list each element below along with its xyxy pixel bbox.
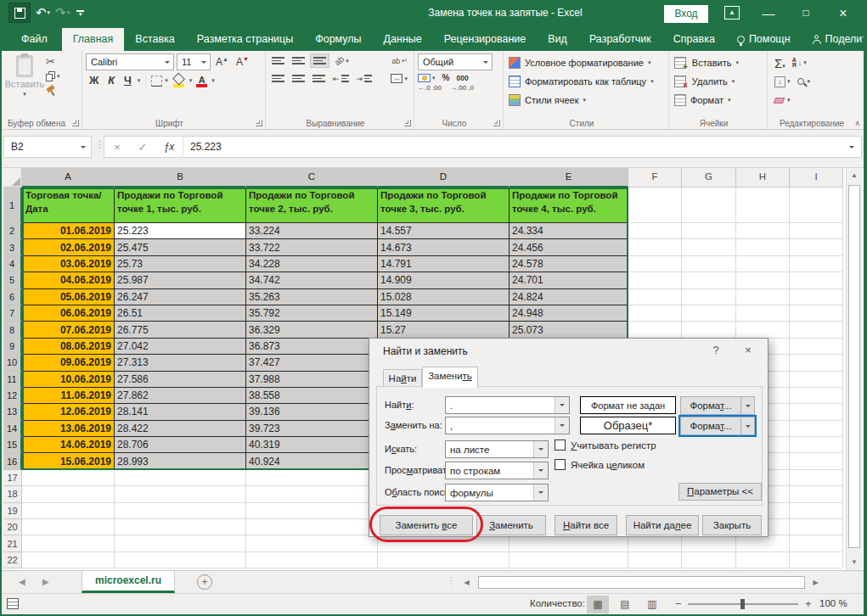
cell-I15[interactable] <box>790 437 843 453</box>
cell-D8[interactable]: 15.27 <box>378 322 510 338</box>
expand-formula-bar-icon[interactable] <box>849 146 854 151</box>
column-header-A[interactable]: A <box>22 168 115 188</box>
fill-color-button[interactable] <box>171 74 187 87</box>
cell-B3[interactable]: 25.475 <box>115 239 246 255</box>
cell-I16[interactable] <box>790 453 843 469</box>
font-dialog-launcher[interactable] <box>256 120 262 126</box>
accounting-format-icon[interactable] <box>418 74 431 82</box>
cell-D21[interactable] <box>378 535 510 552</box>
cell-I4[interactable] <box>790 256 843 272</box>
font-size-select[interactable]: 11 <box>177 53 211 70</box>
underline-button[interactable]: Ч <box>121 75 135 87</box>
cell-B1[interactable]: Продажи по Торговой точке 1, тыс. руб. <box>115 188 246 223</box>
formula-input-area[interactable]: × ✓ ƒx 25.223 <box>104 136 862 158</box>
cell-A20[interactable] <box>22 519 115 535</box>
minimize-button[interactable]: — <box>754 0 783 26</box>
align-middle-button[interactable] <box>290 54 307 67</box>
cell-I12[interactable] <box>790 388 843 404</box>
cell-A12[interactable]: 11.06.2019 <box>22 388 115 404</box>
zoom-percentage[interactable]: 100 % <box>819 598 847 608</box>
cell-G5[interactable] <box>682 272 736 288</box>
scroll-left-icon[interactable]: ◀ <box>459 575 474 590</box>
cell-G6[interactable] <box>682 289 736 305</box>
styles-item-2[interactable]: Стили ячеек▾ <box>507 91 665 109</box>
cell-A2[interactable]: 01.06.2019 <box>22 223 115 239</box>
cell-I13[interactable] <box>790 404 843 420</box>
replace-input[interactable]: , <box>445 417 570 434</box>
cell-I6[interactable] <box>790 289 843 305</box>
paste-button[interactable]: Вставить ▾ <box>3 53 46 116</box>
increase-decimal-icon[interactable]: ←.0 .00 <box>418 85 442 92</box>
cell-G4[interactable] <box>682 256 736 272</box>
cell-B14[interactable]: 28.422 <box>115 421 246 437</box>
cell-I14[interactable] <box>790 421 843 437</box>
cell-H22[interactable] <box>736 552 790 568</box>
cell-A19[interactable] <box>22 503 115 519</box>
cell-C19[interactable] <box>246 503 378 519</box>
close-button[interactable]: Закрыть <box>702 515 762 535</box>
search-within-select[interactable]: на листе <box>445 440 549 458</box>
alignment-dialog-launcher[interactable] <box>404 120 411 126</box>
cell-A17[interactable] <box>22 470 115 486</box>
cell-A10[interactable]: 09.06.2019 <box>22 355 115 371</box>
column-header-G[interactable]: G <box>682 168 736 188</box>
ribbon-tab[interactable]: Рецензирование <box>433 28 538 51</box>
column-header-I[interactable]: I <box>790 168 843 188</box>
copy-button[interactable]: ▾ <box>46 71 60 81</box>
styles-item-0[interactable]: Условное форматирование▾ <box>507 53 665 72</box>
font-name-select[interactable]: Calibri <box>86 53 174 70</box>
cell-I7[interactable] <box>790 305 843 322</box>
autosum-button[interactable]: Σ▾ <box>774 56 785 70</box>
close-button[interactable]: × <box>829 0 858 26</box>
cell-B18[interactable] <box>115 486 246 502</box>
column-header-C[interactable]: C <box>246 168 378 188</box>
row-header-16[interactable]: 16 <box>3 453 22 469</box>
formula-value[interactable]: 25.223 <box>183 141 849 153</box>
match-case-checkbox[interactable]: Учитывать регистр <box>555 440 656 451</box>
cell-B7[interactable]: 26.51 <box>115 305 246 322</box>
row-header-2[interactable]: 2 <box>3 223 22 239</box>
normal-view-icon[interactable]: ▦ <box>587 596 609 613</box>
cell-I10[interactable] <box>790 355 843 371</box>
cell-C11[interactable]: 37.988 <box>246 372 378 388</box>
align-center-button[interactable] <box>290 72 307 85</box>
row-header-1[interactable]: 1 <box>3 188 22 223</box>
cell-C8[interactable]: 36.329 <box>246 322 378 338</box>
cell-F5[interactable] <box>628 272 682 288</box>
row-header-20[interactable]: 20 <box>3 519 22 535</box>
cell-B19[interactable] <box>115 503 246 519</box>
cell-I11[interactable] <box>790 372 843 388</box>
cell-C21[interactable] <box>246 535 378 552</box>
cells-item-1[interactable]: ×Удалить▾ <box>673 72 763 91</box>
vertical-scrollbar-thumb[interactable] <box>848 185 860 548</box>
cell-B11[interactable]: 27.586 <box>115 372 246 388</box>
borders-icon[interactable] <box>151 76 162 87</box>
cell-D1[interactable]: Продажи по Торговой точке 3, тыс. руб. <box>378 188 510 223</box>
cell-A11[interactable]: 10.06.2019 <box>22 372 115 388</box>
cell-H2[interactable] <box>736 223 790 239</box>
cell-D6[interactable]: 15.028 <box>378 289 510 305</box>
row-header-14[interactable]: 14 <box>3 421 22 437</box>
cell-F3[interactable] <box>628 239 682 255</box>
name-box[interactable]: B2 <box>3 136 92 158</box>
find-select-button[interactable]: ▾ <box>797 78 811 85</box>
cell-H3[interactable] <box>736 239 790 255</box>
scroll-down-icon[interactable]: ▼ <box>847 555 862 570</box>
cell-E4[interactable]: 24.578 <box>510 256 628 272</box>
cell-B8[interactable]: 26.775 <box>115 322 246 338</box>
cell-D4[interactable]: 14.791 <box>378 256 510 272</box>
cell-A4[interactable]: 03.06.2019 <box>22 256 115 272</box>
cell-A7[interactable]: 06.06.2019 <box>22 305 115 322</box>
cell-C3[interactable]: 33.722 <box>246 239 378 255</box>
cell-A6[interactable]: 05.06.2019 <box>22 289 115 305</box>
cell-G1[interactable] <box>682 188 736 223</box>
cell-I8[interactable] <box>790 322 843 338</box>
zoom-in-button[interactable]: + <box>805 597 812 610</box>
row-header-9[interactable]: 9 <box>3 339 22 355</box>
cell-B6[interactable]: 26.247 <box>115 289 246 305</box>
cells-item-2[interactable]: Формат▾ <box>673 91 763 109</box>
cell-G2[interactable] <box>682 223 736 239</box>
sort-filter-button[interactable]: АЯ↓▾ <box>792 58 807 69</box>
comma-style-button[interactable]: 000 <box>456 74 468 82</box>
cell-F22[interactable] <box>628 552 682 568</box>
